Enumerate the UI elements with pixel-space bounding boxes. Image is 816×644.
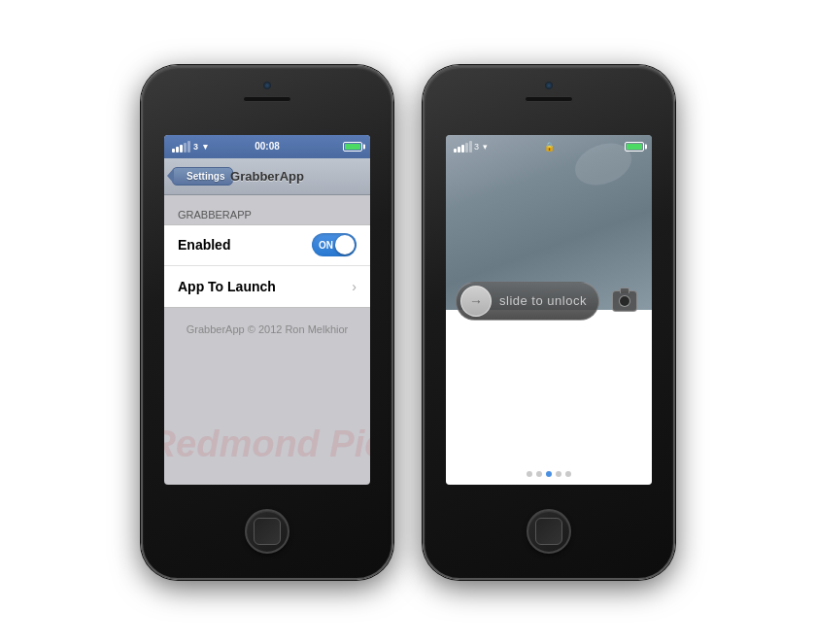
nav-bar-1: Settings GrabberApp [164, 158, 370, 195]
wifi-icon-1: ▾ [203, 142, 208, 152]
home-button-2[interactable] [527, 509, 571, 554]
lock-pagination [527, 471, 571, 477]
table-group-header: GrabberApp [164, 209, 370, 224]
lock-status-right [625, 142, 644, 152]
signal-bar-4 [184, 143, 187, 153]
lock-signal-bar-4 [465, 143, 468, 153]
enabled-label: Enabled [178, 237, 230, 253]
speaker-icon-2 [525, 96, 573, 102]
nav-title-1: GrabberApp [230, 169, 304, 184]
lock-status-left: 3 ▾ [454, 141, 488, 153]
enabled-toggle[interactable]: ON [312, 233, 357, 256]
status-bar-1: 3 ▾ 00:08 [164, 135, 370, 158]
toggle-on-label: ON [319, 240, 333, 251]
signal-bar-5 [187, 141, 190, 153]
phone-top-1 [143, 67, 391, 135]
lock-screen: 3 ▾ 🔒 → slid [446, 135, 652, 485]
camera-button[interactable] [607, 284, 642, 319]
settings-table: GrabberApp Enabled ON [164, 209, 370, 308]
status-time-1: 00:08 [255, 141, 280, 152]
disclosure-container: › [352, 279, 357, 294]
slide-to-unlock-area[interactable]: → slide to unlock [446, 282, 652, 321]
screen-2: 3 ▾ 🔒 → slid [446, 135, 652, 485]
lock-signal-bar-2 [458, 147, 460, 153]
lock-signal-bars [454, 141, 472, 153]
signal-bar-3 [180, 145, 183, 153]
phones-container: 3 ▾ 00:08 Settings GrabberApp [141, 65, 675, 580]
camera-lens [619, 295, 630, 307]
page-dot-3 [546, 471, 552, 477]
lock-signal-bar-3 [461, 145, 464, 153]
phone-2: 3 ▾ 🔒 → slid [423, 65, 675, 580]
page-dot-5 [565, 471, 571, 477]
front-camera-icon-2 [544, 81, 554, 90]
phone-bottom-2 [527, 485, 571, 578]
table-section-1: Enabled ON App To Launch [164, 224, 370, 308]
table-row-enabled[interactable]: Enabled ON [164, 225, 370, 266]
settings-footer: GrabberApp © 2012 Ron Melkhior [164, 308, 370, 335]
signal-label: 3 [193, 142, 198, 152]
page-dot-1 [527, 471, 532, 477]
settings-screen: 3 ▾ 00:08 Settings GrabberApp [164, 135, 370, 485]
camera-icon [612, 290, 637, 312]
page-dot-2 [536, 471, 542, 477]
table-row-app-to-launch[interactable]: App To Launch › [164, 266, 370, 307]
screen-1: 3 ▾ 00:08 Settings GrabberApp [164, 135, 370, 485]
toggle-knob [335, 235, 355, 254]
lock-bottom-white [446, 310, 652, 485]
signal-bar-1 [172, 149, 175, 153]
signal-bar-2 [176, 147, 179, 153]
signal-bars-1 [172, 141, 190, 153]
battery-icon-1 [343, 142, 362, 152]
lock-battery-fill [627, 144, 642, 150]
back-button[interactable]: Settings [172, 167, 233, 186]
lock-signal-bar-5 [469, 141, 472, 153]
status-left-1: 3 ▾ [172, 141, 208, 153]
home-button-inner-1 [254, 518, 281, 545]
app-to-launch-label: App To Launch [178, 279, 276, 294]
phone-bottom-1 [245, 485, 289, 578]
lock-status-bar: 3 ▾ 🔒 [446, 135, 652, 158]
slide-arrow-button[interactable]: → [460, 286, 492, 317]
phone-1: 3 ▾ 00:08 Settings GrabberApp [141, 65, 393, 580]
speaker-icon [243, 96, 291, 102]
slide-to-unlock-text: slide to unlock [499, 293, 587, 308]
phone-top-2 [425, 67, 673, 135]
lock-icon-center: 🔒 [544, 142, 555, 152]
battery-fill-1 [345, 144, 360, 150]
lock-wifi-icon: ▾ [483, 142, 488, 152]
slide-arrow-icon: → [469, 293, 483, 309]
page-dot-4 [556, 471, 561, 477]
home-button-1[interactable] [245, 509, 289, 554]
lock-battery-icon [625, 142, 644, 152]
lock-signal-bar-1 [454, 149, 457, 153]
front-camera-icon [262, 81, 272, 90]
home-button-inner-2 [535, 518, 562, 545]
status-right-1 [343, 142, 362, 152]
disclosure-arrow-icon: › [352, 279, 357, 294]
toggle-container: ON [312, 233, 357, 256]
lock-signal-label: 3 [474, 142, 479, 152]
slide-unlock-bar[interactable]: → slide to unlock [456, 282, 599, 321]
watermark-1: Redmond Pie [164, 424, 370, 465]
